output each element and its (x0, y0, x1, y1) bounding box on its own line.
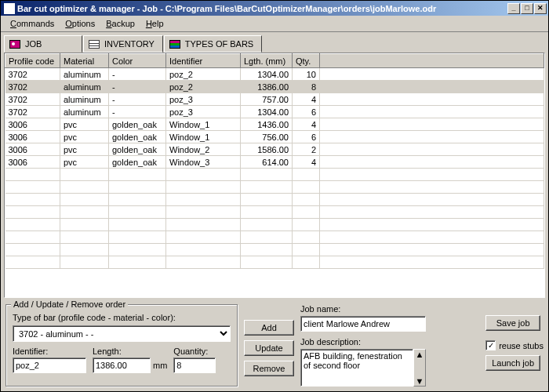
table-row-empty (5, 219, 544, 231)
menu-commands[interactable]: Commandsdocument.currentScript.previousE… (5, 17, 59, 30)
length-unit: mm (153, 361, 167, 370)
table-row[interactable]: 3702aluminum-poz_21304.0010 (5, 68, 544, 81)
job-icon (9, 40, 20, 49)
maximize-button[interactable]: □ (521, 3, 533, 14)
menubar: Commandsdocument.currentScript.previousE… (1, 16, 548, 32)
reuse-stubs-checkbox[interactable]: ✓ reuse stubs (485, 340, 544, 350)
orders-grid[interactable]: Profile code Material Color Identifier L… (4, 53, 545, 298)
inventory-icon (89, 40, 100, 49)
minimize-button[interactable]: _ (507, 3, 520, 14)
update-button[interactable]: Update (244, 340, 294, 356)
type-select[interactable]: 3702 - aluminum - - (13, 325, 231, 342)
col-color[interactable]: Color (109, 54, 166, 68)
table-row-empty (5, 231, 544, 244)
tab-label: INVENTORY (104, 39, 155, 49)
col-material[interactable]: Material (60, 54, 109, 68)
quantity-label: Quantity: (173, 347, 216, 356)
type-label: Type of bar (profile code - material - c… (13, 313, 231, 322)
tab-types[interactable]: TYPES OF BARS (164, 35, 262, 53)
length-input[interactable] (93, 358, 151, 373)
col-profile[interactable]: Profile code (5, 54, 60, 68)
checkbox-icon: ✓ (485, 340, 496, 350)
types-icon (169, 40, 180, 49)
job-desc-label: Job description: (300, 337, 479, 347)
tabbar: JOB INVENTORY TYPES OF BARS (1, 32, 548, 53)
remove-button[interactable]: Remove (244, 361, 294, 376)
window-title: Bar cut optimizer & manager - Job - C:\P… (17, 4, 507, 13)
col-length[interactable]: Lgth. (mm) (241, 54, 293, 68)
order-form-group: Add / Update / Remove order Type of bar … (5, 304, 238, 387)
identifier-input[interactable] (13, 358, 86, 373)
save-job-button[interactable]: Save job (485, 315, 540, 331)
close-button[interactable]: ✕ (534, 3, 547, 14)
tab-inventory[interactable]: INVENTORY (83, 35, 163, 53)
grid-header-row: Profile code Material Color Identifier L… (5, 54, 544, 68)
menu-backup[interactable]: Backup (101, 17, 140, 30)
table-row[interactable]: 3702aluminum-poz_31304.006 (5, 106, 544, 118)
identifier-label: Identifier: (13, 347, 86, 356)
table-row[interactable]: 3702aluminum-poz_3757.004 (5, 93, 544, 106)
group-title: Add / Update / Remove order (11, 299, 128, 309)
tab-job[interactable]: JOB (4, 35, 82, 53)
table-row[interactable]: 3702aluminum-poz_21386.008 (5, 81, 544, 93)
job-name-label: Job name: (300, 304, 479, 314)
table-row-empty (5, 244, 544, 256)
add-button[interactable]: Add (244, 320, 294, 336)
table-row-empty (5, 181, 544, 194)
col-spacer (320, 54, 544, 68)
table-row[interactable]: 3006pvcgolden_oakWindow_3614.004 (5, 156, 544, 169)
col-qty[interactable]: Qty. (293, 54, 320, 68)
app-icon (4, 3, 15, 14)
job-name-input[interactable] (300, 316, 426, 332)
table-row-empty (5, 256, 544, 269)
table-row-empty (5, 194, 544, 206)
job-info: Job name: Job description: ▲▼ (300, 304, 479, 387)
col-identifier[interactable]: Identifier (166, 54, 241, 68)
textarea-scrollbar[interactable]: ▲▼ (413, 349, 426, 387)
table-row[interactable]: 3006pvcgolden_oakWindow_11436.004 (5, 118, 544, 131)
menu-help[interactable]: Help (141, 17, 169, 30)
table-row-empty (5, 169, 544, 181)
length-label: Length: (93, 347, 167, 356)
app-window: Bar cut optimizer & manager - Job - C:\P… (0, 0, 549, 392)
quantity-input[interactable] (173, 358, 216, 373)
form-buttons: Add Update Remove (244, 304, 294, 387)
tab-label: JOB (25, 39, 42, 49)
titlebar: Bar cut optimizer & manager - Job - C:\P… (1, 1, 548, 16)
reuse-stubs-label: reuse stubs (499, 341, 544, 350)
launch-job-button[interactable]: Launch job (485, 355, 540, 371)
job-actions: Save job ✓ reuse stubs Launch job (485, 304, 544, 387)
menu-options[interactable]: Options (60, 17, 100, 30)
table-row[interactable]: 3006pvcgolden_oakWindow_1756.006 (5, 131, 544, 143)
tab-label: TYPES OF BARS (185, 39, 253, 49)
job-desc-input[interactable] (300, 349, 413, 387)
table-row-empty (5, 206, 544, 219)
table-row[interactable]: 3006pvcgolden_oakWindow_21586.002 (5, 143, 544, 156)
bottom-panel: Add / Update / Remove order Type of bar … (1, 301, 548, 391)
